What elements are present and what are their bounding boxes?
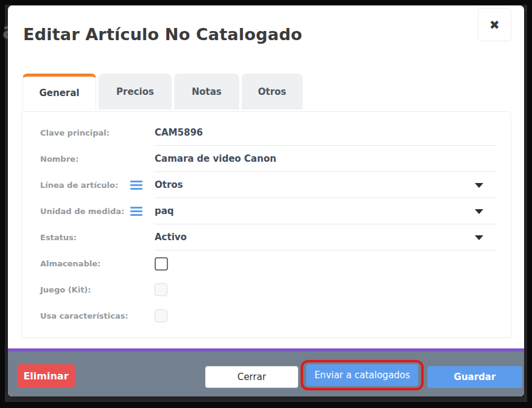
field-label: Nombre: — [40, 154, 130, 164]
send-to-cataloged-button[interactable]: Enviar a catalogados — [306, 364, 418, 386]
field-label: Almacenable: — [40, 259, 130, 268]
field-row-juego-kit: Juego (Kit): — [22, 277, 511, 303]
selected-value: paq — [155, 206, 174, 216]
tab-bar: General Precios Notas Otros — [23, 73, 303, 109]
field-row-almacenable: Almacenable: — [22, 251, 511, 277]
field-row-clave-principal: Clave principal: CAM5896 — [22, 120, 511, 146]
field-row-estatus: Estatus: Activo — [22, 224, 511, 251]
almacenable-field — [155, 251, 495, 277]
field-label: Juego (Kit): — [40, 285, 130, 294]
juego-kit-checkbox — [155, 283, 167, 296]
edit-article-modal: ✖ Editar Artículo No Catalogado General … — [8, 5, 524, 396]
field-label: Clave principal: — [40, 128, 130, 137]
caret-down-icon[interactable] — [475, 183, 483, 188]
caret-down-icon[interactable] — [475, 209, 483, 214]
tab-label: Otros — [258, 86, 287, 97]
red-highlight-annotation: Enviar a catalogados — [301, 360, 424, 390]
caret-down-icon[interactable] — [475, 235, 483, 240]
save-button[interactable]: Guardar — [427, 366, 522, 388]
list-lines-icon[interactable] — [130, 181, 142, 190]
close-icon: ✖ — [489, 18, 500, 32]
linea-de-articulo-select[interactable]: Otros — [155, 172, 495, 198]
field-row-usa-caracteristicas: Usa características: — [22, 303, 511, 329]
delete-button[interactable]: Eliminar — [17, 364, 75, 387]
usa-caracteristicas-checkbox — [155, 309, 167, 322]
juego-kit-field — [155, 277, 495, 303]
usa-caracteristicas-field — [155, 303, 495, 329]
selected-value: Activo — [155, 232, 187, 243]
modal-title: Editar Artículo No Catalogado — [23, 25, 302, 44]
field-label: Estatus: — [40, 233, 130, 242]
field-row-nombre: Nombre: Camara de video Canon — [22, 146, 511, 172]
field-row-unidad-de-medida: Unidad de medida: paq — [22, 198, 511, 224]
tab-label: General — [40, 88, 80, 99]
general-tab-panel: Clave principal: CAM5896 Nombre: Camara … — [21, 111, 511, 338]
modal-footer: Eliminar Cerrar Enviar a catalogados Gua… — [8, 351, 524, 396]
tab-notas[interactable]: Notas — [174, 74, 239, 109]
estatus-select[interactable]: Activo — [155, 224, 495, 251]
field-label: Línea de artículo: — [40, 181, 130, 190]
input-value: Camara de video Canon — [155, 153, 276, 164]
tab-precios[interactable]: Precios — [99, 74, 172, 109]
tab-label: Notas — [192, 86, 222, 97]
nombre-input[interactable]: Camara de video Canon — [155, 146, 495, 172]
field-label: Usa características: — [40, 311, 130, 320]
selected-value: Otros — [155, 179, 183, 190]
cerrar-button[interactable]: Cerrar — [205, 366, 298, 388]
unidad-de-medida-select[interactable]: paq — [155, 198, 495, 224]
close-button[interactable]: ✖ — [478, 8, 511, 41]
field-row-linea-de-articulo: Línea de artículo: Otros — [22, 172, 511, 198]
input-value: CAM5896 — [155, 127, 203, 138]
tab-label: Precios — [116, 86, 154, 97]
field-label: Unidad de medida: — [40, 207, 130, 216]
clave-principal-input[interactable]: CAM5896 — [155, 120, 495, 146]
almacenable-checkbox[interactable] — [155, 257, 168, 271]
tab-otros[interactable]: Otros — [242, 74, 303, 109]
tab-general[interactable]: General — [23, 74, 96, 109]
list-lines-icon[interactable] — [130, 207, 142, 216]
